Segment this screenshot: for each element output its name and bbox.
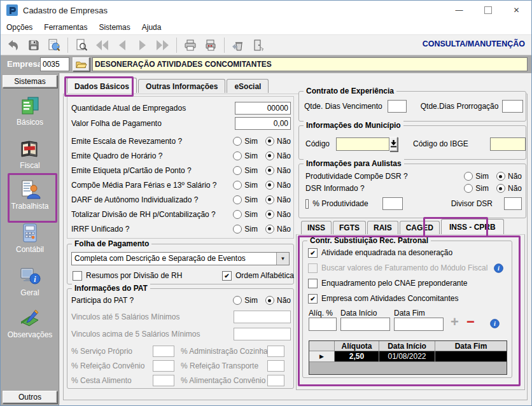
radio-sim[interactable] bbox=[464, 184, 473, 193]
row-selector-arrow: ▶ bbox=[309, 351, 335, 362]
divisor-dsr-field[interactable] bbox=[504, 197, 522, 210]
info-icon[interactable]: i bbox=[494, 263, 503, 273]
info-icon[interactable]: i bbox=[490, 319, 500, 328]
sidebar-item-trabalhista[interactable]: Trabalhista bbox=[1, 179, 59, 211]
menu-ajuda[interactable]: Ajuda bbox=[136, 21, 167, 34]
last-record-button[interactable] bbox=[153, 36, 173, 53]
cell-data-fim bbox=[435, 351, 507, 362]
dias-vencimento-label: Qtde. Dias Vencimento bbox=[304, 102, 382, 111]
menu-opcoes[interactable]: Opções bbox=[1, 21, 38, 34]
tab-esocial[interactable]: eSocial bbox=[227, 79, 269, 93]
codigo-municipio-field[interactable] bbox=[336, 137, 389, 151]
tab-outras-informacoes[interactable]: Outras Informações bbox=[138, 79, 225, 93]
atividade-desoneracao-checkbox[interactable] bbox=[308, 248, 318, 258]
radio-nao[interactable] bbox=[265, 195, 274, 204]
radio-sim[interactable] bbox=[233, 137, 242, 146]
radio-sim[interactable] bbox=[233, 210, 242, 219]
produtividade-checkbox[interactable] bbox=[305, 199, 309, 209]
radio-nao[interactable] bbox=[265, 181, 274, 190]
codigo-ibge-field[interactable] bbox=[490, 137, 526, 151]
radio-sim[interactable] bbox=[233, 181, 242, 190]
empresa-code-field[interactable] bbox=[40, 57, 69, 71]
menu-sistemas[interactable]: Sistemas bbox=[93, 21, 136, 34]
radio-nao[interactable] bbox=[496, 172, 505, 181]
lookup-municipio-button[interactable] bbox=[389, 137, 398, 151]
question-label: Emite Quadro de Horário ? bbox=[71, 151, 162, 160]
radio-sim[interactable] bbox=[233, 166, 242, 175]
chevron-down-icon[interactable]: ▼ bbox=[276, 253, 289, 265]
contabil-icon bbox=[19, 222, 41, 244]
print-button[interactable] bbox=[180, 36, 200, 53]
browse-button[interactable] bbox=[44, 36, 64, 53]
vinculos-acima-field[interactable] bbox=[234, 328, 291, 340]
undo-button[interactable] bbox=[3, 36, 24, 53]
pct-administracao-cozinha-field[interactable] bbox=[267, 346, 284, 357]
main-tab-strip: Dados BásicosOutras InformaçõeseSocial bbox=[67, 78, 270, 93]
maximize-button[interactable] bbox=[473, 1, 502, 19]
valor-folha-field[interactable] bbox=[235, 117, 291, 130]
pct-refeicao-transporte-field[interactable] bbox=[267, 360, 284, 372]
resumos-divisao-checkbox[interactable] bbox=[73, 271, 82, 281]
first-record-button[interactable] bbox=[92, 36, 112, 53]
table-row[interactable]: ▶ 2,50 01/08/2022 bbox=[309, 351, 507, 362]
close-button[interactable]: ✕ bbox=[502, 1, 531, 19]
sidebar-item-basicos[interactable]: Básicos bbox=[1, 95, 59, 127]
produtividade-field[interactable] bbox=[382, 197, 403, 210]
pct-refeicao-convenio-field[interactable] bbox=[153, 360, 174, 372]
print-register-button[interactable] bbox=[200, 36, 221, 53]
radio-nao[interactable] bbox=[265, 137, 274, 146]
radio-nao[interactable] bbox=[265, 225, 274, 234]
tab-inss-cprb[interactable]: INSS - CPRB bbox=[441, 219, 504, 234]
tipo-folha-combobox[interactable]: Completa com Descrição e Separação de Ev… bbox=[71, 252, 290, 265]
tab-dados-basicos[interactable]: Dados Básicos bbox=[67, 78, 137, 93]
tab-fgts[interactable]: FGTS bbox=[333, 221, 366, 234]
data-inicio-label: Data Início bbox=[340, 309, 377, 318]
exit-button[interactable] bbox=[248, 36, 269, 53]
remove-aliquota-button[interactable]: − bbox=[466, 316, 475, 328]
menu-ferramentas[interactable]: Ferramentas bbox=[38, 21, 93, 34]
save-button[interactable] bbox=[24, 36, 44, 53]
sidebar-item-contabil[interactable]: Contábil bbox=[1, 222, 59, 254]
sidebar-item-observacoes[interactable]: Observações bbox=[1, 307, 59, 339]
pct-alimentacao-convenio-field[interactable] bbox=[267, 375, 284, 386]
radio-sim[interactable] bbox=[233, 151, 242, 160]
aliq-entry-field[interactable] bbox=[309, 318, 337, 331]
radio-sim[interactable] bbox=[233, 225, 242, 234]
prior-record-button[interactable] bbox=[112, 36, 132, 53]
tab-rais[interactable]: RAIS bbox=[367, 221, 398, 234]
clear-record-button[interactable] bbox=[228, 36, 248, 53]
data-inicio-entry-field[interactable] bbox=[340, 318, 390, 331]
qtde-empregados-field[interactable] bbox=[235, 102, 291, 115]
tab-caged[interactable]: CAGED bbox=[400, 221, 440, 234]
next-record-button[interactable] bbox=[132, 36, 153, 53]
pct-cesta-alimento-field[interactable] bbox=[153, 375, 174, 386]
radio-nao[interactable] bbox=[265, 166, 274, 175]
radio-nao[interactable] bbox=[265, 210, 274, 219]
ordem-alfabetica-checkbox[interactable] bbox=[222, 271, 232, 281]
sidebar-sistemas-button[interactable]: Sistemas bbox=[3, 75, 57, 88]
question-label: IRRF Unificado ? bbox=[71, 225, 129, 234]
radio-nao[interactable] bbox=[265, 296, 274, 305]
sidebar-item-geral[interactable]: i Geral bbox=[1, 265, 59, 297]
radio-nao[interactable] bbox=[496, 184, 505, 193]
radio-sim[interactable] bbox=[464, 172, 473, 181]
vinculos-ate-field[interactable] bbox=[234, 311, 291, 323]
sidebar-outros-button[interactable]: Outros bbox=[3, 391, 57, 403]
tab-inss[interactable]: INSS bbox=[301, 221, 332, 234]
dias-vencimento-field[interactable] bbox=[388, 100, 407, 113]
pct-servico-proprio-field[interactable] bbox=[153, 346, 174, 357]
radio-sim[interactable] bbox=[233, 195, 242, 204]
minimize-button[interactable]: — bbox=[445, 1, 473, 19]
radio-nao[interactable] bbox=[265, 151, 274, 160]
dias-prorrogacao-field[interactable] bbox=[502, 100, 523, 113]
sidebar-item-fiscal[interactable]: Fiscal bbox=[1, 138, 59, 170]
add-aliquota-button[interactable]: + bbox=[451, 316, 459, 328]
data-fim-entry-field[interactable] bbox=[394, 318, 444, 331]
open-company-button[interactable] bbox=[73, 57, 90, 71]
cnae-preponderante-checkbox[interactable] bbox=[308, 279, 318, 288]
atividades-concomitantes-checkbox[interactable] bbox=[308, 294, 318, 304]
print-preview-button[interactable] bbox=[71, 36, 92, 53]
trabalhista-icon bbox=[19, 179, 41, 200]
empresa-name-field[interactable] bbox=[92, 57, 528, 71]
radio-sim[interactable] bbox=[233, 296, 242, 305]
